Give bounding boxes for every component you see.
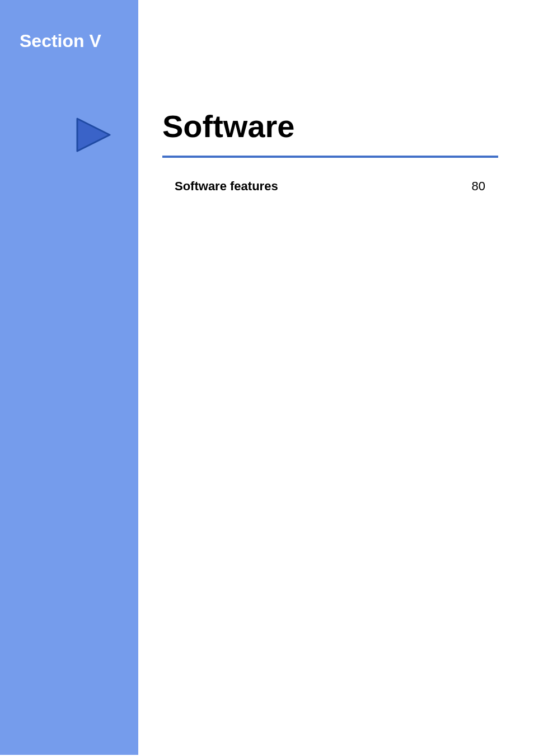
toc-entry-page: 80 xyxy=(472,179,485,194)
section-label: Section V xyxy=(20,31,101,51)
section-marker-icon xyxy=(74,115,113,154)
toc-entry-label: Software features xyxy=(175,179,278,194)
sidebar-band xyxy=(0,0,138,755)
toc-row: Software features 80 xyxy=(175,179,485,194)
title-underline xyxy=(162,156,498,158)
document-page: Section V Software Software features 80 xyxy=(0,0,534,756)
svg-marker-0 xyxy=(77,119,110,151)
chapter-title: Software xyxy=(162,109,295,144)
